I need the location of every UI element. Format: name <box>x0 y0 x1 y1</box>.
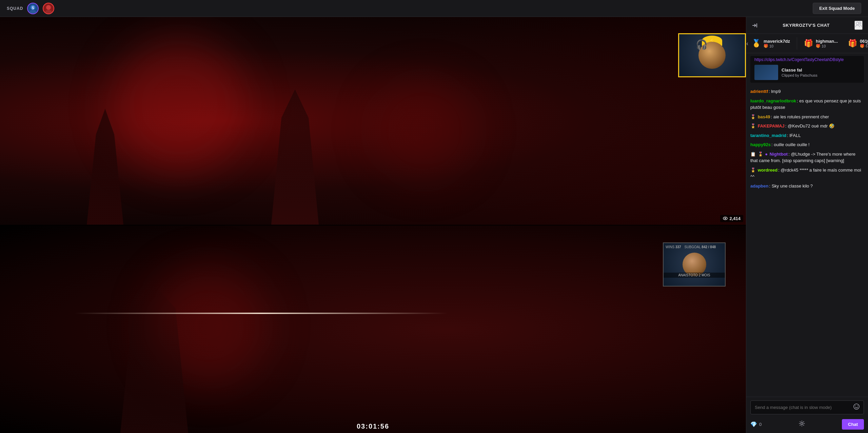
bits-value: 0 <box>759 422 762 427</box>
collapse-icon <box>752 23 758 28</box>
chat-users-button[interactable] <box>854 21 863 30</box>
video-area: ⚡ 2,414 <box>0 17 746 433</box>
viewer-count-text: 2,414 <box>729 216 741 221</box>
badge-7: 🎖️ <box>750 168 756 173</box>
clip-title: Classe fal <box>782 67 817 73</box>
emoji-button[interactable] <box>853 404 860 411</box>
clip-by: Clipped by Patschuss <box>782 73 817 77</box>
chat-messages: adrienttf: lmp9 luardo_ragnarlodbrok: es… <box>746 85 868 397</box>
msg-user-1: luardo_ragnarlodbrok <box>750 98 796 103</box>
clip-preview: Classe fal Clipped by Patschuss <box>750 63 864 83</box>
svg-point-8 <box>725 218 726 219</box>
gift-item-1: 🎁 highman... 🎁 10 <box>804 37 838 50</box>
msg-text-2: : aie les rotules prennent cher <box>771 114 829 119</box>
bits-icon: 💎 <box>750 421 757 428</box>
pip-bottom-stats: WINS 337 SUBGOAL 842 / 848 <box>666 245 716 249</box>
avatar-red[interactable] <box>43 3 54 14</box>
msg-user-7: wordreed <box>758 168 778 173</box>
chat-message-7: 🎖️ wordreed: @rdck45 ***** a faire le ma… <box>750 167 864 180</box>
svg-point-11 <box>856 22 859 25</box>
chat-sidebar: SKYRROZTV'S CHAT ‹ 🥇 maverick7dz <box>746 17 868 433</box>
soldier-silhouette-1 <box>75 96 136 225</box>
chat-message-4: tarantino_madrid: lFALL <box>750 132 864 139</box>
gift-details-0: maverick7dz 🎁 10 <box>764 39 790 48</box>
gift-nav-left-button[interactable]: ‹ <box>746 40 748 47</box>
svg-point-14 <box>855 406 856 406</box>
topbar: SQUAD S Exit Squad Mode <box>0 0 868 17</box>
msg-text-4: : lFALL <box>787 133 801 138</box>
chat-message-5: happy92s: ouille ouille ouille ! <box>750 141 864 148</box>
bits-count: 💎 0 <box>750 421 762 428</box>
gift-username-0: maverick7dz <box>764 39 790 44</box>
gift-banner: ‹ 🥇 maverick7dz 🎁 10 🎁 <box>746 34 868 53</box>
avatar-sky[interactable]: S <box>27 3 39 14</box>
topbar-left: SQUAD S <box>7 3 54 14</box>
wins-value: 337 <box>675 245 681 249</box>
chat-bottom-bar: 💎 0 Chat <box>746 417 868 433</box>
msg-user-0: adrienttf <box>750 89 768 94</box>
gift-count-0: 🎁 10 <box>764 44 790 48</box>
chat-input-wrap <box>750 400 864 414</box>
exit-squad-button[interactable]: Exit Squad Mode <box>813 3 861 14</box>
gift-item-2: 🎁 0616545... 🎁 6 <box>848 37 868 50</box>
gift-item-0: 🥇 maverick7dz 🎁 10 <box>752 37 790 50</box>
gift-divider <box>797 37 797 50</box>
users-icon <box>855 21 862 27</box>
gift-count-1: 🎁 10 <box>816 44 838 48</box>
svg-point-12 <box>859 22 861 24</box>
soldier-silhouette-2 <box>261 82 329 225</box>
gift-icon-2: 🎁 <box>860 44 865 48</box>
badge-2: 🎖️ <box>750 114 756 119</box>
glow-red-1 <box>112 38 248 173</box>
msg-user-2: bas49 <box>758 114 770 119</box>
msg-user-8: adapben <box>750 183 768 189</box>
chat-message-8: adapben: Sky une classe kilo ? <box>750 183 864 190</box>
stream-timer: 03:01:56 <box>357 422 389 430</box>
clip-meta: Classe fal Clipped by Patschuss <box>782 67 817 77</box>
chat-message-0: adrienttf: lmp9 <box>750 88 864 95</box>
video-bottom: WINS 337 SUBGOAL 842 / 848 ANAISTOTO 2 M… <box>0 225 746 433</box>
viewer-count: 2,414 <box>720 215 743 222</box>
chat-header: SKYRROZTV'S CHAT <box>746 17 868 34</box>
badge-6c: ● <box>765 152 768 157</box>
msg-user-6: Nightbot <box>770 152 788 157</box>
pip-person <box>698 42 726 69</box>
msg-user-5: happy92s <box>750 142 771 147</box>
gift-icon-box-2: 🎁 <box>848 39 857 48</box>
badge-6b: 🎖️ <box>758 152 763 157</box>
msg-text-8: : Sky une classe kilo ? <box>769 183 813 189</box>
chat-send-button[interactable]: Chat <box>842 419 864 430</box>
gift-items: 🥇 maverick7dz 🎁 10 🎁 highman... <box>752 37 868 50</box>
main-content: ⚡ 2,414 <box>0 17 868 433</box>
clip-thumbnail <box>754 65 778 80</box>
chat-title: SKYRROZTV'S CHAT <box>783 23 830 28</box>
pip-overlay-top: ⚡ <box>678 33 746 77</box>
gift-username-1: highman... <box>816 39 838 44</box>
gift-icon-0: 🎁 <box>764 44 768 48</box>
soldier-silhouette-3 <box>112 277 197 433</box>
subgoal-value: 842 / 848 <box>702 245 716 249</box>
badge-3: 🎖️ <box>750 123 756 129</box>
gift-nav-right-button[interactable]: › <box>866 40 868 47</box>
gift-details-1: highman... 🎁 10 <box>816 39 838 48</box>
settings-icon <box>799 420 805 427</box>
chat-collapse-button[interactable] <box>752 23 758 28</box>
msg-text-3: : @KevDu72 oué mdr 🤣 <box>785 123 834 129</box>
clip-link[interactable]: https://clips.twitch.tv/CogentTastyCheet… <box>750 56 864 63</box>
subgoal-label: SUBGOAL 842 / 848 <box>685 245 716 249</box>
chat-input[interactable] <box>755 405 851 410</box>
light-bar <box>75 313 448 314</box>
chat-input-area <box>746 397 868 417</box>
video-top: ⚡ 2,414 <box>0 17 746 225</box>
squad-label: SQUAD <box>7 6 23 11</box>
svg-text:S: S <box>32 6 34 10</box>
clip-card: https://clips.twitch.tv/CogentTastyCheet… <box>750 56 864 83</box>
emoji-icon <box>853 404 860 410</box>
msg-text-0: : lmp9 <box>769 89 781 94</box>
svg-point-13 <box>854 404 859 409</box>
chat-message-1: luardo_ragnarlodbrok: es que vous pensez… <box>750 98 864 111</box>
msg-text-5: : ouille ouille ouille ! <box>771 142 810 147</box>
svg-point-5 <box>46 5 51 10</box>
chat-settings-button[interactable] <box>799 420 805 428</box>
gift-icon-1: 🎁 <box>816 44 821 48</box>
